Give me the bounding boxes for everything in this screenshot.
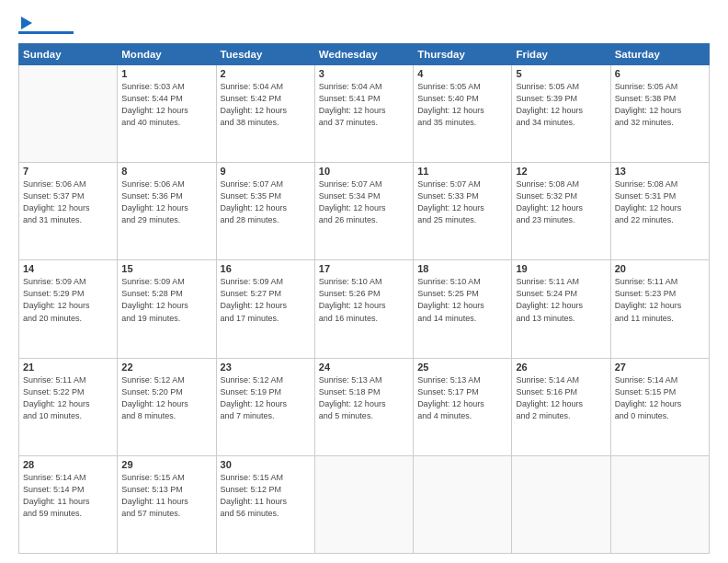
day-number: 19 (516, 263, 606, 274)
cell-daylight-info: Sunrise: 5:14 AM Sunset: 5:16 PM Dayligh… (516, 374, 606, 422)
cell-daylight-info: Sunrise: 5:15 AM Sunset: 5:12 PM Dayligh… (221, 472, 311, 520)
col-tuesday: Tuesday (216, 44, 314, 65)
day-number: 9 (221, 166, 311, 177)
day-number: 16 (221, 263, 311, 274)
cell-daylight-info: Sunrise: 5:10 AM Sunset: 5:25 PM Dayligh… (417, 276, 507, 324)
day-number: 3 (319, 68, 409, 79)
logo (18, 17, 74, 34)
day-number: 1 (121, 68, 211, 79)
cell-daylight-info: Sunrise: 5:11 AM Sunset: 5:23 PM Dayligh… (615, 276, 705, 324)
day-number: 24 (319, 362, 409, 373)
day-number: 7 (23, 166, 113, 177)
cell-daylight-info: Sunrise: 5:05 AM Sunset: 5:40 PM Dayligh… (417, 81, 507, 129)
cell-daylight-info: Sunrise: 5:06 AM Sunset: 5:37 PM Dayligh… (23, 178, 113, 226)
page: Sunday Monday Tuesday Wednesday Thursday… (0, 0, 728, 563)
day-number: 8 (121, 166, 211, 177)
col-sunday: Sunday (19, 44, 118, 65)
day-number: 28 (23, 459, 113, 470)
day-number: 25 (417, 362, 507, 373)
table-row: 9Sunrise: 5:07 AM Sunset: 5:35 PM Daylig… (216, 163, 314, 260)
day-number: 17 (319, 263, 409, 274)
table-row (19, 65, 118, 163)
cell-daylight-info: Sunrise: 5:07 AM Sunset: 5:35 PM Dayligh… (221, 178, 311, 226)
cell-daylight-info: Sunrise: 5:15 AM Sunset: 5:13 PM Dayligh… (121, 472, 211, 520)
header (18, 17, 710, 34)
day-number: 22 (121, 362, 211, 373)
table-row: 15Sunrise: 5:09 AM Sunset: 5:28 PM Dayli… (118, 260, 216, 358)
cell-daylight-info: Sunrise: 5:13 AM Sunset: 5:18 PM Dayligh… (319, 374, 409, 422)
cell-daylight-info: Sunrise: 5:13 AM Sunset: 5:17 PM Dayligh… (417, 374, 507, 422)
day-number: 13 (615, 166, 705, 177)
cell-daylight-info: Sunrise: 5:03 AM Sunset: 5:44 PM Dayligh… (121, 81, 211, 129)
cell-daylight-info: Sunrise: 5:12 AM Sunset: 5:20 PM Dayligh… (121, 374, 211, 422)
day-number: 29 (121, 459, 211, 470)
cell-daylight-info: Sunrise: 5:07 AM Sunset: 5:34 PM Dayligh… (319, 178, 409, 226)
col-wednesday: Wednesday (314, 44, 413, 65)
cell-daylight-info: Sunrise: 5:08 AM Sunset: 5:32 PM Dayligh… (516, 178, 606, 226)
calendar-week-row: 14Sunrise: 5:09 AM Sunset: 5:29 PM Dayli… (19, 260, 710, 358)
cell-daylight-info: Sunrise: 5:09 AM Sunset: 5:27 PM Dayligh… (221, 276, 311, 324)
table-row: 19Sunrise: 5:11 AM Sunset: 5:24 PM Dayli… (512, 260, 610, 358)
day-number: 30 (221, 459, 311, 470)
cell-daylight-info: Sunrise: 5:14 AM Sunset: 5:14 PM Dayligh… (23, 472, 113, 520)
day-number: 26 (516, 362, 606, 373)
col-saturday: Saturday (610, 44, 709, 65)
table-row: 22Sunrise: 5:12 AM Sunset: 5:20 PM Dayli… (118, 358, 216, 455)
table-row: 7Sunrise: 5:06 AM Sunset: 5:37 PM Daylig… (19, 163, 118, 260)
calendar-header-row: Sunday Monday Tuesday Wednesday Thursday… (19, 44, 710, 65)
cell-daylight-info: Sunrise: 5:08 AM Sunset: 5:31 PM Dayligh… (615, 178, 705, 226)
cell-daylight-info: Sunrise: 5:04 AM Sunset: 5:42 PM Dayligh… (221, 81, 311, 129)
table-row: 5Sunrise: 5:05 AM Sunset: 5:39 PM Daylig… (512, 65, 610, 163)
calendar-week-row: 21Sunrise: 5:11 AM Sunset: 5:22 PM Dayli… (19, 358, 710, 455)
day-number: 4 (417, 68, 507, 79)
table-row: 10Sunrise: 5:07 AM Sunset: 5:34 PM Dayli… (314, 163, 413, 260)
table-row: 11Sunrise: 5:07 AM Sunset: 5:33 PM Dayli… (414, 163, 512, 260)
cell-daylight-info: Sunrise: 5:11 AM Sunset: 5:22 PM Dayligh… (23, 374, 113, 422)
table-row (610, 455, 709, 553)
table-row: 6Sunrise: 5:05 AM Sunset: 5:38 PM Daylig… (610, 65, 709, 163)
table-row: 24Sunrise: 5:13 AM Sunset: 5:18 PM Dayli… (314, 358, 413, 455)
calendar-week-row: 7Sunrise: 5:06 AM Sunset: 5:37 PM Daylig… (19, 163, 710, 260)
table-row (314, 455, 413, 553)
table-row: 14Sunrise: 5:09 AM Sunset: 5:29 PM Dayli… (19, 260, 118, 358)
col-friday: Friday (512, 44, 610, 65)
table-row: 8Sunrise: 5:06 AM Sunset: 5:36 PM Daylig… (118, 163, 216, 260)
cell-daylight-info: Sunrise: 5:05 AM Sunset: 5:38 PM Dayligh… (615, 81, 705, 129)
table-row: 23Sunrise: 5:12 AM Sunset: 5:19 PM Dayli… (216, 358, 314, 455)
table-row: 3Sunrise: 5:04 AM Sunset: 5:41 PM Daylig… (314, 65, 413, 163)
table-row: 26Sunrise: 5:14 AM Sunset: 5:16 PM Dayli… (512, 358, 610, 455)
day-number: 11 (417, 166, 507, 177)
day-number: 23 (221, 362, 311, 373)
cell-daylight-info: Sunrise: 5:12 AM Sunset: 5:19 PM Dayligh… (221, 374, 311, 422)
day-number: 2 (221, 68, 311, 79)
table-row: 16Sunrise: 5:09 AM Sunset: 5:27 PM Dayli… (216, 260, 314, 358)
table-row: 13Sunrise: 5:08 AM Sunset: 5:31 PM Dayli… (610, 163, 709, 260)
table-row (512, 455, 610, 553)
col-thursday: Thursday (414, 44, 512, 65)
cell-daylight-info: Sunrise: 5:11 AM Sunset: 5:24 PM Dayligh… (516, 276, 606, 324)
day-number: 15 (121, 263, 211, 274)
day-number: 10 (319, 166, 409, 177)
table-row: 25Sunrise: 5:13 AM Sunset: 5:17 PM Dayli… (414, 358, 512, 455)
table-row: 4Sunrise: 5:05 AM Sunset: 5:40 PM Daylig… (414, 65, 512, 163)
table-row: 28Sunrise: 5:14 AM Sunset: 5:14 PM Dayli… (19, 455, 118, 553)
cell-daylight-info: Sunrise: 5:10 AM Sunset: 5:26 PM Dayligh… (319, 276, 409, 324)
cell-daylight-info: Sunrise: 5:14 AM Sunset: 5:15 PM Dayligh… (615, 374, 705, 422)
table-row: 18Sunrise: 5:10 AM Sunset: 5:25 PM Dayli… (414, 260, 512, 358)
logo-arrow-icon (21, 17, 32, 29)
cell-daylight-info: Sunrise: 5:05 AM Sunset: 5:39 PM Dayligh… (516, 81, 606, 129)
cell-daylight-info: Sunrise: 5:07 AM Sunset: 5:33 PM Dayligh… (417, 178, 507, 226)
calendar-table: Sunday Monday Tuesday Wednesday Thursday… (18, 43, 710, 554)
logo-underline (18, 31, 74, 34)
day-number: 20 (615, 263, 705, 274)
cell-daylight-info: Sunrise: 5:09 AM Sunset: 5:28 PM Dayligh… (121, 276, 211, 324)
table-row: 1Sunrise: 5:03 AM Sunset: 5:44 PM Daylig… (118, 65, 216, 163)
day-number: 12 (516, 166, 606, 177)
day-number: 18 (417, 263, 507, 274)
table-row: 27Sunrise: 5:14 AM Sunset: 5:15 PM Dayli… (610, 358, 709, 455)
cell-daylight-info: Sunrise: 5:09 AM Sunset: 5:29 PM Dayligh… (23, 276, 113, 324)
day-number: 27 (615, 362, 705, 373)
col-monday: Monday (118, 44, 216, 65)
table-row: 20Sunrise: 5:11 AM Sunset: 5:23 PM Dayli… (610, 260, 709, 358)
table-row: 30Sunrise: 5:15 AM Sunset: 5:12 PM Dayli… (216, 455, 314, 553)
